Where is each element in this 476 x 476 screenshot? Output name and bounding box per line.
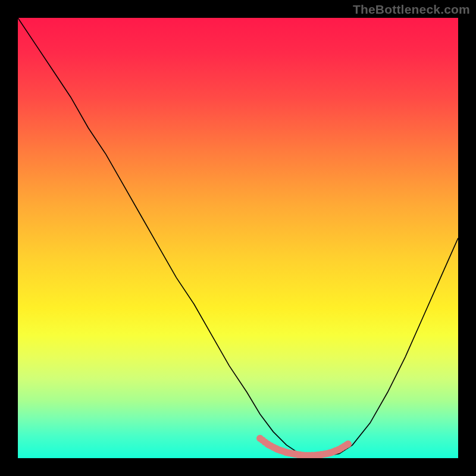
watermark-text: TheBottleneck.com [353, 2, 470, 17]
chart-frame: TheBottleneck.com [0, 0, 476, 476]
curve-layer [18, 18, 458, 458]
flat-region-marker-group [256, 435, 352, 458]
bottleneck-curve-path [18, 18, 458, 456]
marker-dot [345, 440, 352, 447]
plot-area [18, 18, 458, 458]
